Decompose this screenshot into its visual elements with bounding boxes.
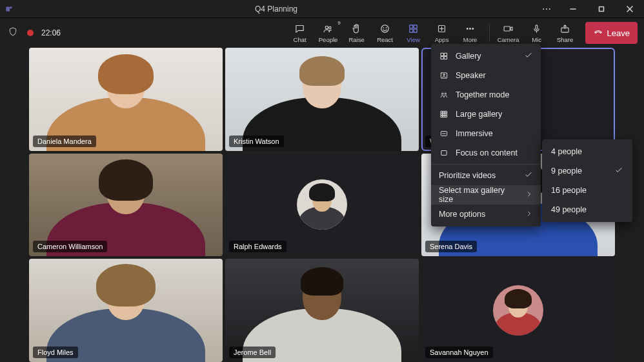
more-label: More bbox=[463, 36, 478, 43]
chat-icon bbox=[294, 23, 305, 35]
participant-tile[interactable]: Ralph Edwards bbox=[225, 154, 419, 257]
check-icon bbox=[524, 51, 533, 62]
svg-rect-21 bbox=[536, 25, 538, 30]
raise-label: Raise bbox=[348, 36, 364, 43]
svg-rect-25 bbox=[441, 57, 443, 59]
avatar bbox=[297, 179, 347, 230]
window-close-button[interactable] bbox=[616, 0, 644, 18]
svg-rect-11 bbox=[410, 25, 413, 28]
view-label: View bbox=[407, 36, 419, 43]
view-menu-speaker[interactable]: Speaker bbox=[431, 66, 541, 85]
mic-icon bbox=[531, 23, 542, 35]
mic-button[interactable]: Mic bbox=[525, 20, 549, 46]
participant-name: Kristin Watson bbox=[229, 136, 284, 147]
svg-rect-3 bbox=[599, 6, 604, 11]
svg-rect-24 bbox=[445, 53, 447, 55]
react-label: React bbox=[377, 36, 393, 43]
view-menu-together[interactable]: Together mode bbox=[431, 85, 541, 105]
participant-tile[interactable]: Jerome Bell bbox=[225, 259, 419, 362]
people-label: People bbox=[319, 36, 338, 43]
camera-icon bbox=[503, 23, 514, 35]
svg-point-7 bbox=[329, 26, 331, 28]
share-button[interactable]: Share bbox=[553, 20, 578, 46]
svg-rect-31 bbox=[441, 111, 443, 113]
leave-icon bbox=[593, 27, 603, 39]
view-icon bbox=[408, 23, 419, 35]
view-menu-large-gallery[interactable]: Large gallery bbox=[431, 105, 541, 124]
menu-label: Prioritize videos bbox=[439, 171, 496, 180]
chevron-right-icon bbox=[525, 190, 533, 200]
view-menu-prioritize-videos[interactable]: Prioritize videos bbox=[431, 166, 541, 185]
gallery-size-option[interactable]: 9 people bbox=[542, 161, 632, 181]
participant-name: Cameron Williamson bbox=[33, 241, 107, 252]
window-minimize-button[interactable] bbox=[559, 0, 587, 18]
focus-icon bbox=[439, 148, 449, 157]
svg-point-8 bbox=[381, 25, 388, 32]
svg-rect-32 bbox=[443, 111, 445, 113]
svg-point-9 bbox=[383, 28, 384, 28]
menu-label: Speaker bbox=[456, 71, 486, 80]
svg-point-10 bbox=[386, 28, 387, 28]
chat-button[interactable]: Chat bbox=[288, 20, 312, 46]
window-more-icon[interactable]: ⋯ bbox=[534, 0, 559, 18]
people-count-badge: 9 bbox=[337, 20, 340, 26]
shield-icon[interactable] bbox=[8, 26, 18, 39]
svg-point-1 bbox=[10, 6, 12, 8]
participant-tile[interactable]: Floyd Miles bbox=[29, 259, 223, 362]
menu-label: Large gallery bbox=[456, 110, 502, 119]
svg-point-28 bbox=[443, 74, 445, 75]
chat-label: Chat bbox=[294, 36, 307, 43]
view-menu-focus[interactable]: Focus on content bbox=[431, 143, 541, 163]
svg-point-30 bbox=[445, 93, 446, 94]
window-maximize-button[interactable] bbox=[587, 0, 616, 18]
participant-tile[interactable]: Cameron Williamson bbox=[29, 154, 223, 257]
view-menu-more-options[interactable]: More options bbox=[431, 205, 541, 224]
option-label: 49 people bbox=[551, 205, 587, 214]
apps-button[interactable]: Apps bbox=[430, 20, 454, 46]
menu-label: More options bbox=[439, 210, 485, 219]
gallery-icon bbox=[439, 52, 449, 61]
gallery-size-option[interactable]: 16 people bbox=[542, 181, 632, 200]
svg-point-20 bbox=[472, 28, 474, 30]
menu-label: Immersive bbox=[456, 129, 493, 138]
people-button[interactable]: 9 People bbox=[316, 20, 341, 46]
gallery-size-option[interactable]: 4 people bbox=[542, 142, 632, 161]
svg-rect-33 bbox=[445, 111, 447, 113]
participant-tile[interactable]: Kristin Watson bbox=[225, 48, 419, 151]
svg-rect-34 bbox=[441, 114, 443, 116]
gallery-size-submenu: 4 people 9 people 16 people 49 people bbox=[542, 139, 632, 222]
participant-tile[interactable]: Savannah Nguyen bbox=[421, 259, 615, 362]
together-icon bbox=[439, 90, 449, 99]
svg-rect-14 bbox=[414, 29, 417, 32]
participant-tile[interactable]: Daniela Mandera bbox=[29, 48, 223, 151]
camera-label: Camera bbox=[498, 36, 519, 43]
view-button[interactable]: View bbox=[401, 20, 426, 46]
avatar bbox=[493, 285, 543, 336]
svg-rect-13 bbox=[410, 29, 413, 32]
people-icon bbox=[323, 23, 334, 35]
apps-label: Apps bbox=[435, 36, 449, 43]
svg-rect-23 bbox=[441, 53, 443, 55]
more-button[interactable]: More bbox=[458, 20, 483, 46]
participant-name: Jerome Bell bbox=[229, 347, 276, 358]
leave-button[interactable]: Leave bbox=[585, 22, 638, 44]
meeting-timer: 22:06 bbox=[41, 28, 61, 37]
meeting-toolbar: 22:06 Chat 9 People Raise React View App… bbox=[0, 18, 644, 48]
view-menu-select-max-gallery[interactable]: Select max gallery size bbox=[431, 185, 541, 205]
camera-button[interactable]: Camera bbox=[496, 20, 521, 46]
check-icon bbox=[614, 166, 623, 177]
participant-name: Savannah Nguyen bbox=[425, 347, 493, 358]
titlebar: Q4 Planning ⋯ bbox=[0, 0, 644, 18]
apps-icon bbox=[436, 23, 447, 35]
view-menu-immersive[interactable]: Immersive bbox=[431, 124, 541, 143]
mic-label: Mic bbox=[532, 36, 541, 43]
svg-point-6 bbox=[325, 26, 328, 28]
raise-hand-button[interactable]: Raise bbox=[345, 20, 369, 46]
gallery-size-option[interactable]: 49 people bbox=[542, 200, 632, 219]
view-menu-gallery[interactable]: Gallery bbox=[431, 46, 541, 66]
react-button[interactable]: React bbox=[373, 20, 397, 46]
menu-label: Gallery bbox=[456, 52, 481, 61]
raise-hand-icon bbox=[351, 23, 362, 35]
svg-rect-41 bbox=[441, 151, 447, 156]
immersive-icon bbox=[439, 129, 449, 138]
